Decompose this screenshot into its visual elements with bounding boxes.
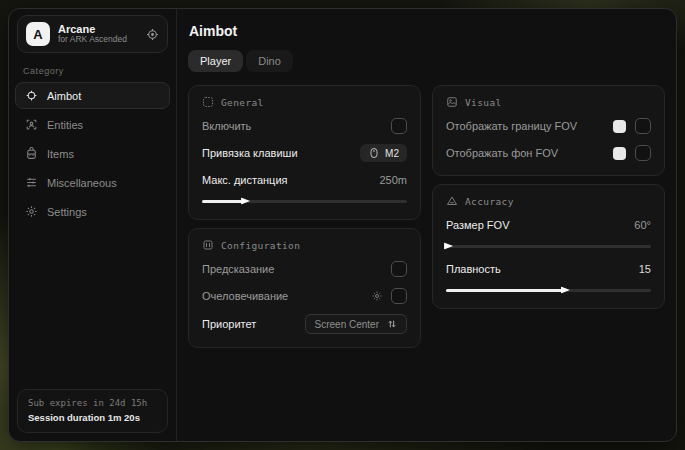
priority-row: Приоритет Screen Center — [202, 314, 407, 334]
max-distance-row: Макс. дистанция 250m — [202, 171, 407, 189]
keybind-button[interactable]: M2 — [360, 144, 407, 162]
fov-border-row: Отображать границу FOV — [446, 117, 651, 135]
enable-label: Включить — [202, 120, 391, 132]
crosshair-icon — [25, 89, 38, 102]
main-content: Aimbot Player Dino General Включить — [177, 9, 676, 441]
sidebar-nav: Aimbot Entities Items Miscellaneous — [15, 82, 170, 225]
max-distance-slider[interactable] — [202, 196, 407, 206]
sliders-icon — [25, 176, 38, 189]
category-label: Category — [23, 66, 162, 76]
sub-expires-text: Sub expires in 24d 15h — [28, 397, 157, 411]
fov-size-row: Размер FOV 60° — [446, 216, 651, 234]
keybind-row: Привязка клавиши M2 — [202, 144, 407, 162]
sidebar-item-label: Entities — [47, 119, 83, 131]
prediction-checkbox[interactable] — [391, 261, 407, 277]
sidebar-item-aimbot[interactable]: Aimbot — [15, 82, 170, 109]
fov-bg-color-swatch[interactable] — [613, 147, 626, 160]
configuration-card: Configuration Предсказание Очеловечивани… — [188, 228, 421, 348]
image-icon — [446, 96, 458, 108]
smoothness-slider[interactable] — [446, 285, 651, 295]
priority-value: Screen Center — [315, 319, 379, 330]
keybind-value: M2 — [385, 148, 399, 159]
max-distance-value: 250m — [379, 174, 407, 186]
tune-icon — [202, 239, 214, 251]
fov-border-label: Отображать границу FOV — [446, 120, 613, 132]
accuracy-card: Accuracy Размер FOV 60° Плавность — [432, 184, 665, 309]
app-subtitle: for ARK Ascended — [58, 35, 138, 45]
target-icon[interactable] — [146, 28, 159, 41]
sidebar-item-entities[interactable]: Entities — [15, 111, 170, 138]
tab-dino[interactable]: Dino — [246, 50, 293, 72]
humanize-checkbox[interactable] — [391, 288, 407, 304]
app-brand: A Arcane for ARK Ascended — [17, 15, 168, 53]
sidebar-item-items[interactable]: Items — [15, 140, 170, 167]
delta-icon — [446, 195, 458, 207]
slider-thumb[interactable] — [444, 242, 453, 251]
tab-player[interactable]: Player — [188, 50, 243, 72]
slider-thumb[interactable] — [561, 286, 570, 295]
tab-bar: Player Dino — [188, 50, 665, 72]
scan-person-icon — [202, 96, 214, 108]
priority-dropdown[interactable]: Screen Center — [305, 314, 407, 334]
app-logo: A — [26, 22, 50, 46]
enable-checkbox[interactable] — [391, 118, 407, 134]
fov-size-label: Размер FOV — [446, 219, 634, 231]
fov-border-checkbox[interactable] — [635, 118, 651, 134]
session-duration-text: Session duration 1m 20s — [28, 411, 157, 425]
gear-icon — [25, 205, 38, 218]
card-title: Visual — [465, 97, 502, 108]
sort-arrows-icon — [387, 319, 397, 329]
humanize-label: Очеловечивание — [202, 290, 371, 302]
smoothness-label: Плавность — [446, 263, 639, 275]
smoothness-row: Плавность 15 — [446, 260, 651, 278]
page-title: Aimbot — [189, 23, 665, 39]
sidebar-item-label: Items — [47, 148, 74, 160]
smoothness-value: 15 — [639, 263, 651, 275]
entities-scan-icon — [25, 118, 38, 131]
visual-card: Visual Отображать границу FOV Отображать… — [432, 85, 665, 176]
max-distance-label: Макс. дистанция — [202, 174, 379, 186]
card-title: General — [221, 97, 264, 108]
general-card: General Включить Привязка клавиши M2 — [188, 85, 421, 220]
keybind-label: Привязка клавиши — [202, 147, 360, 159]
sidebar-item-miscellaneous[interactable]: Miscellaneous — [15, 169, 170, 196]
sidebar-item-settings[interactable]: Settings — [15, 198, 170, 225]
fov-bg-row: Отображать фон FOV — [446, 144, 651, 162]
fov-border-color-swatch[interactable] — [613, 120, 626, 133]
sidebar-item-label: Settings — [47, 206, 87, 218]
humanize-row: Очеловечивание — [202, 287, 407, 305]
slider-thumb[interactable] — [241, 197, 250, 206]
fov-bg-checkbox[interactable] — [635, 145, 651, 161]
mouse-icon — [368, 147, 380, 159]
humanize-settings-icon[interactable] — [371, 290, 383, 302]
prediction-row: Предсказание — [202, 260, 407, 278]
fov-size-value: 60° — [634, 219, 651, 231]
prediction-label: Предсказание — [202, 263, 391, 275]
priority-label: Приоритет — [202, 318, 305, 330]
app-window: A Arcane for ARK Ascended Category Aimbo… — [8, 8, 677, 442]
card-title: Configuration — [221, 240, 300, 251]
fov-size-slider[interactable] — [446, 241, 651, 251]
fov-bg-label: Отображать фон FOV — [446, 147, 613, 159]
enable-row: Включить — [202, 117, 407, 135]
sidebar-item-label: Miscellaneous — [47, 177, 117, 189]
sidebar-item-label: Aimbot — [47, 90, 81, 102]
card-title: Accuracy — [465, 196, 514, 207]
session-card: Sub expires in 24d 15h Session duration … — [17, 389, 168, 433]
backpack-icon — [25, 147, 38, 160]
sidebar: A Arcane for ARK Ascended Category Aimbo… — [9, 9, 177, 441]
